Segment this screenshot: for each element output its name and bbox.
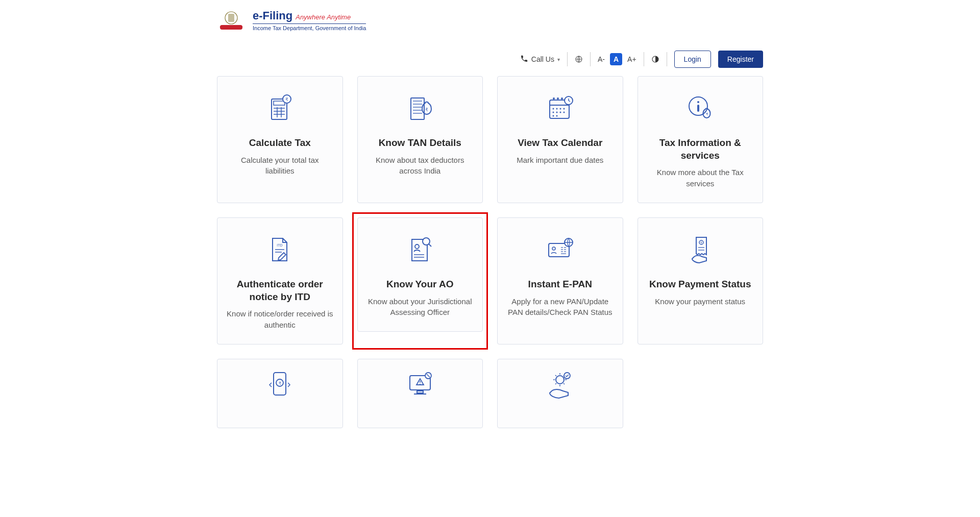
monitor-warning-icon [404,370,436,402]
idcard-globe-icon [544,233,576,266]
document-person-search-icon [404,233,436,266]
card-view-tax-calendar[interactable]: View Tax Calendar Mark important due dat… [497,76,623,203]
card-title: Tax Information & services [647,137,754,162]
brand-tagline: Anywhere Anytime [296,13,351,21]
svg-text:₹: ₹ [285,97,288,102]
login-button[interactable]: Login [674,51,711,68]
card-partial-1[interactable]: ₹ [217,359,343,428]
card-title: Calculate Tax [249,137,311,150]
svg-line-79 [555,375,556,376]
language-globe-button[interactable] [575,55,583,63]
card-instant-epan[interactable]: Instant E-PAN Apply for a new PAN/Update… [497,217,623,344]
card-desc: Know about tax deductors across India [367,155,474,177]
svg-text:₹: ₹ [279,381,281,386]
card-desc: Calculate your total tax liabilities [227,155,333,177]
card-partial-2[interactable] [357,359,483,428]
card-title: View Tax Calendar [518,137,602,150]
header-logo-row: e-Filing Anywhere Anytime Income Tax Dep… [217,0,763,35]
svg-point-28 [556,108,558,110]
svg-point-34 [564,112,565,113]
divider [644,52,644,66]
calendar-clock-icon [544,92,576,125]
font-size-controls: A- A A+ [598,53,636,65]
svg-rect-40 [697,105,699,112]
hand-gear-check-icon [544,370,576,402]
svg-point-30 [564,108,565,110]
svg-point-39 [697,101,699,103]
highlight-frame: Know Your AO Know about your Jurisdictio… [357,217,483,344]
chevron-down-icon: ▾ [557,57,560,62]
svg-text:₹: ₹ [705,112,708,116]
services-grid: ₹ Calculate Tax Calculate your total tax… [217,76,763,449]
svg-point-24 [557,97,559,100]
card-title: Instant E-PAN [528,278,592,291]
svg-point-74 [556,376,564,384]
card-partial-3[interactable] [497,359,623,428]
register-button[interactable]: Register [718,51,763,68]
govt-emblem-icon [217,10,246,31]
divider [567,52,568,66]
svg-point-35 [553,115,554,117]
card-title: Know TAN Details [379,137,461,150]
svg-point-31 [553,112,554,113]
divider [667,52,667,66]
card-desc: Know your payment status [655,296,745,307]
svg-point-29 [560,108,561,110]
svg-point-36 [556,115,558,117]
brand-subline: Income Tax Department, Government of Ind… [253,23,366,31]
card-know-your-ao[interactable]: Know Your AO Know about your Jurisdictio… [357,217,483,332]
font-increase-button[interactable]: A+ [627,55,636,63]
brand-efiling: e-Filing [253,9,292,22]
contrast-toggle-button[interactable] [651,55,659,63]
card-know-tan-details[interactable]: ₹ Know TAN Details Know about tax deduct… [357,76,483,203]
brand-text: e-Filing Anywhere Anytime Income Tax Dep… [253,9,366,31]
card-title: Know Payment Status [649,278,751,291]
divider [590,52,591,66]
svg-point-23 [553,97,555,100]
phone-icon [520,55,528,64]
svg-point-45 [415,244,419,249]
svg-point-25 [561,97,563,100]
card-desc: Mark important due dates [517,155,603,166]
svg-point-27 [553,108,554,110]
card-desc: Know if notice/order received is authent… [227,308,333,331]
svg-text:ITD: ITD [277,243,283,247]
svg-line-80 [564,383,565,384]
call-us-dropdown[interactable]: Call Us ▾ [520,55,560,64]
svg-line-49 [429,244,431,247]
card-desc: Know about your Jurisdictional Assessing… [367,296,474,318]
svg-line-81 [555,383,556,384]
top-action-bar: Call Us ▾ A- A A+ Login Register [217,35,763,76]
svg-text:₹: ₹ [700,241,702,244]
card-authenticate-order-notice[interactable]: ITD Authenticate order notice by ITD Kno… [217,217,343,344]
font-normal-button[interactable]: A [610,53,622,65]
svg-text:₹: ₹ [425,107,428,112]
card-calculate-tax[interactable]: ₹ Calculate Tax Calculate your total tax… [217,76,343,203]
info-moneybag-icon: ₹ [684,92,717,125]
card-title: Authenticate order notice by ITD [227,278,333,303]
svg-point-32 [556,112,558,113]
receipt-hand-icon: ₹ [684,233,717,266]
card-tax-information-services[interactable]: ₹ Tax Information & services Know more a… [638,76,764,203]
card-title: Know Your AO [386,278,454,291]
svg-point-48 [423,238,430,245]
calculator-rupee-icon: ₹ [263,92,296,125]
document-pen-icon: ITD [263,233,296,266]
svg-point-51 [552,247,555,250]
card-desc: Apply for a new PAN/Update PAN details/C… [507,296,614,318]
svg-rect-68 [417,391,423,393]
svg-rect-2 [228,14,234,22]
svg-point-71 [420,383,421,384]
building-moneybag-icon: ₹ [404,92,436,125]
phone-rupee-icon: ₹ [263,370,296,402]
svg-point-33 [560,112,561,113]
call-us-label: Call Us [531,55,554,63]
font-decrease-button[interactable]: A- [598,55,605,63]
card-know-payment-status[interactable]: ₹ Know Payment Status Know your payment … [638,217,764,344]
card-desc: Know more about the Tax services [647,167,754,189]
